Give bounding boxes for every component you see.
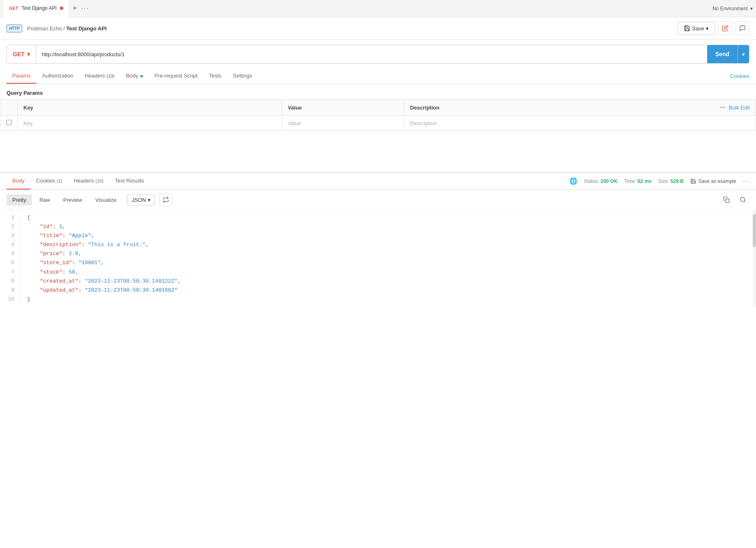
send-dropdown-icon: ▾	[742, 51, 745, 57]
save-label: Save	[692, 25, 704, 32]
send-label: Send	[715, 51, 729, 57]
json-line-8: "created_at": "2023-11-23T00:50:30.14012…	[27, 277, 749, 286]
json-line-7: "stock": 50,	[27, 268, 749, 277]
params-table: Key Value Description ··· Bulk Edit Key …	[0, 99, 756, 131]
save-example-button[interactable]: Save as example	[690, 178, 736, 184]
status-value: 200 OK	[600, 178, 617, 184]
wrap-button[interactable]	[159, 193, 172, 206]
param-value-cell[interactable]: Value	[282, 116, 404, 131]
active-tab[interactable]: GET Test Django API	[3, 0, 69, 17]
edit-icon	[722, 25, 729, 32]
new-tab-button[interactable]: +	[73, 4, 77, 13]
request-tabs: Params Authorization Headers (10) Body P…	[0, 68, 756, 84]
save-example-icon	[690, 178, 696, 184]
tab-more-button[interactable]: ···	[81, 5, 89, 12]
global-icon: 🌐	[569, 177, 577, 185]
tab-headers[interactable]: Headers (10)	[79, 68, 120, 84]
line-numbers: 1 2 3 4 5 6 7 8 9 10	[0, 213, 21, 304]
env-label: No Environment	[712, 6, 748, 11]
copy-icon	[723, 196, 730, 203]
resp-tab-cookies[interactable]: Cookies (1)	[30, 173, 68, 190]
scrollbar-thumb[interactable]	[753, 214, 756, 247]
view-pretty-button[interactable]: Pretty	[7, 194, 32, 206]
json-line-4: "description": "This is a fruit.",	[27, 240, 749, 249]
tab-prerequest[interactable]: Pre-request Script	[149, 68, 203, 84]
json-line-1: {	[27, 213, 749, 222]
tab-unsaved-dot	[60, 7, 63, 10]
cookies-link[interactable]: Cookies	[730, 73, 749, 79]
url-input[interactable]	[36, 45, 707, 63]
resp-tab-tests[interactable]: Test Results	[109, 173, 150, 190]
resp-tab-body-label: Body	[12, 178, 25, 184]
response-tabs: Body Cookies (1) Headers (10) Test Resul…	[0, 173, 756, 190]
response-actions	[720, 193, 749, 206]
response-more-button[interactable]: ···	[743, 178, 749, 185]
description-header: Description	[410, 105, 440, 111]
tab-body[interactable]: Body	[120, 68, 149, 84]
save-button[interactable]: Save ▾	[678, 22, 715, 35]
save-example-label: Save as example	[699, 178, 736, 184]
json-content: { "id": 1, "title": "Apple", "descriptio…	[21, 213, 756, 304]
resp-tab-body[interactable]: Body	[7, 173, 30, 190]
params-col-description: Description ··· Bulk Edit	[404, 100, 756, 116]
save-chevron-icon: ▾	[706, 25, 709, 32]
tab-prerequest-label: Pre-request Script	[154, 73, 197, 79]
environment-selector[interactable]: No Environment ▾	[712, 6, 753, 11]
tab-actions: + ···	[73, 4, 89, 13]
resp-tab-tests-label: Test Results	[115, 178, 144, 184]
view-visualize-button[interactable]: Visualize	[89, 194, 122, 206]
size-value: 529 B	[671, 178, 684, 184]
send-chevron-button[interactable]: ▾	[738, 45, 749, 63]
json-line-2: "id": 1,	[27, 222, 749, 231]
copy-button[interactable]	[720, 193, 733, 206]
tab-tests[interactable]: Tests	[203, 68, 227, 84]
send-button[interactable]: Send	[707, 45, 738, 63]
bulk-edit-label[interactable]: Bulk Edit	[729, 105, 750, 111]
param-desc-cell[interactable]: Description	[404, 116, 756, 131]
json-line-10: }	[27, 295, 749, 304]
comment-icon	[739, 25, 746, 32]
view-raw-button[interactable]: Raw	[34, 194, 56, 206]
param-checkbox-input[interactable]	[6, 120, 11, 125]
param-checkbox[interactable]	[0, 116, 18, 131]
save-icon	[684, 25, 690, 32]
format-select[interactable]: JSON ▾	[127, 194, 155, 206]
url-bar: GET ▾ Send ▾	[7, 45, 749, 64]
svg-rect-0	[726, 199, 729, 203]
tab-authorization[interactable]: Authorization	[37, 68, 79, 84]
comment-button[interactable]	[735, 21, 749, 35]
resp-tab-headers-label: Headers (10)	[74, 178, 103, 184]
tab-headers-label: Headers (10)	[85, 73, 115, 79]
params-col-key: Key	[18, 100, 282, 116]
json-viewer: 1 2 3 4 5 6 7 8 9 10 { "id": 1, "title":…	[0, 210, 756, 307]
tab-params[interactable]: Params	[7, 68, 37, 84]
json-line-5: "price": 2.9,	[27, 249, 749, 258]
view-preview-button[interactable]: Preview	[57, 194, 88, 206]
method-label: GET	[13, 51, 25, 57]
bulk-edit-dots-icon[interactable]: ···	[720, 104, 725, 111]
param-key-cell[interactable]: Key	[18, 116, 282, 131]
breadcrumb-separator: /	[63, 25, 65, 32]
params-col-value: Value	[282, 100, 404, 116]
edit-button[interactable]	[718, 21, 732, 35]
svg-point-1	[740, 197, 745, 202]
format-chevron-icon: ▾	[148, 197, 151, 203]
tab-settings[interactable]: Settings	[227, 68, 258, 84]
params-col-checkbox	[0, 100, 18, 116]
http-badge: HTTP	[7, 25, 22, 32]
param-row-empty: Key Value Description	[0, 116, 756, 131]
time-label: Time: 62 ms	[624, 178, 652, 184]
tab-params-label: Params	[12, 73, 31, 79]
wrap-icon	[163, 196, 169, 203]
method-select[interactable]: GET ▾	[7, 45, 36, 63]
resp-tab-headers[interactable]: Headers (10)	[68, 173, 109, 190]
search-button[interactable]	[736, 193, 749, 206]
response-toolbar: Pretty Raw Preview Visualize JSON ▾	[0, 190, 756, 210]
breadcrumb: Postman Echo / Test Django API	[27, 25, 107, 32]
tab-body-label: Body	[126, 73, 143, 79]
format-label: JSON	[132, 197, 146, 203]
response-body: 1 2 3 4 5 6 7 8 9 10 { "id": 1, "title":…	[0, 210, 756, 307]
json-line-3: "title": "Apple",	[27, 231, 749, 240]
scrollbar-track[interactable]	[753, 210, 756, 307]
tab-tests-label: Tests	[209, 73, 221, 79]
